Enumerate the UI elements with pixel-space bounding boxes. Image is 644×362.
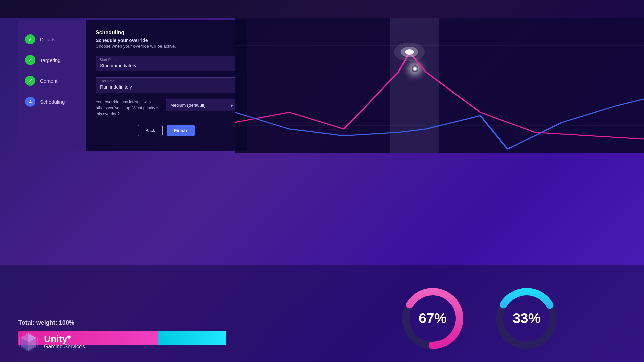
start-date-group: Start Date (96, 56, 236, 71)
priority-text: Your override may interact with others y… (96, 99, 161, 117)
sidebar-item-scheduling[interactable]: 4 Scheduling (18, 93, 86, 111)
finish-button[interactable]: Finish (167, 125, 194, 136)
priority-select[interactable]: Medium (defauult) Low High Critical (166, 99, 236, 111)
wizard-content: Scheduling Schedule your override Choose… (86, 20, 247, 151)
sidebar-item-details[interactable]: ✓ Details (18, 30, 86, 48)
donut-charts: 67% 33% (399, 285, 560, 352)
unity-cube-icon (18, 332, 39, 352)
step-icon-content: ✓ (25, 76, 35, 86)
step-label-targeting: Targeting (40, 57, 61, 63)
donut2-wrapper: 33% (493, 285, 560, 352)
step-label-content: Content (40, 78, 58, 84)
sidebar-item-content[interactable]: ✓ Content (18, 72, 86, 90)
chart-svg (235, 18, 644, 153)
end-date-group: End Date (96, 77, 236, 93)
step-label-details: Details (40, 37, 55, 42)
start-date-input[interactable] (96, 56, 236, 71)
svg-point-6 (394, 43, 425, 61)
priority-row: Your override may interact with others y… (96, 99, 236, 117)
unity-name: Unity® (44, 334, 85, 344)
donut1-label: 67% (419, 310, 447, 326)
end-date-input[interactable] (96, 77, 236, 93)
donut2-label: 33% (513, 310, 541, 326)
step-icon-details: ✓ (25, 34, 35, 44)
wizard-sidebar: ✓ Details ✓ Targeting ✓ Content 4 Schedu… (18, 20, 86, 151)
end-date-label: End Date (100, 79, 114, 83)
step-icon-targeting: ✓ (25, 55, 35, 65)
back-button[interactable]: Back (138, 125, 163, 136)
unity-logo: Unity® Gaming Services (18, 332, 85, 352)
sidebar-item-targeting[interactable]: ✓ Targeting (18, 51, 86, 69)
step-icon-scheduling: 4 (25, 97, 35, 107)
unity-sub: Gaming Services (44, 344, 85, 350)
section-subtitle-desc: Choose when your override will be active… (96, 44, 236, 49)
section-title: Scheduling (96, 29, 236, 36)
chart-area (235, 18, 644, 153)
weight-label: Total: weight: 100% (18, 319, 226, 326)
wizard-panel: ✓ Details ✓ Targeting ✓ Content 4 Schedu… (18, 20, 247, 151)
top-bar (0, 0, 644, 18)
step-label-scheduling: Scheduling (40, 99, 65, 105)
weight-bar-cyan (158, 331, 226, 345)
start-date-label: Start Date (100, 58, 116, 62)
priority-select-wrapper: Medium (defauult) Low High Critical (166, 99, 236, 111)
button-row: Back Finish (96, 125, 236, 136)
section-subtitle-main: Schedule your override (96, 38, 236, 43)
unity-text-block: Unity® Gaming Services (44, 334, 85, 350)
donut1-wrapper: 67% (399, 285, 466, 352)
